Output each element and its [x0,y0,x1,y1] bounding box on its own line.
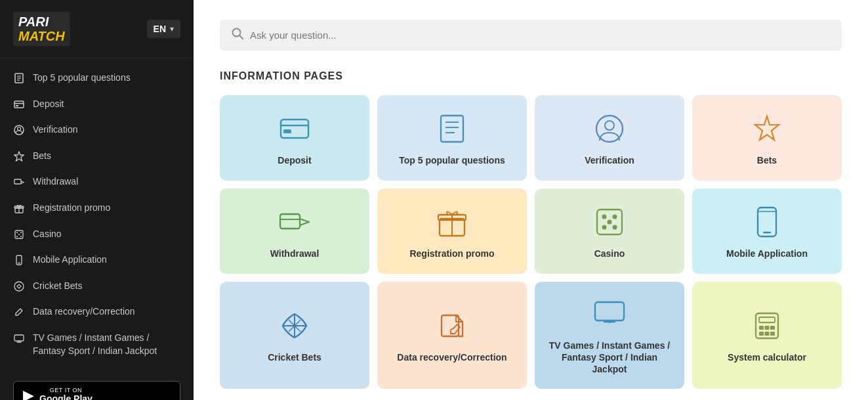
svg-point-44 [613,225,617,229]
sidebar-item-casino-label: Casino [33,228,62,241]
sidebar-item-deposit-label: Deposit [33,98,64,111]
svg-rect-28 [283,129,291,133]
datarecovery-card-icon [436,309,468,342]
svg-point-13 [16,232,18,233]
sidebar-item-top5[interactable]: Top 5 popular questions [0,65,194,91]
search-icon [232,28,243,43]
syscalc-card-icon [751,309,783,342]
cricket-card-icon [278,309,311,342]
card-cricket[interactable]: Cricket Bets [220,282,369,389]
svg-point-14 [20,232,22,233]
bets-icon [13,150,25,162]
google-play-button[interactable]: ▶ GET IT ON Google Play [13,381,180,400]
svg-rect-6 [16,105,18,106]
svg-rect-26 [281,120,308,138]
sidebar: PARI MATCH EN ▾ Top 5 popular questions … [0,0,194,400]
card-withdrawal[interactable]: Withdrawal [220,189,369,274]
top5-card-icon [436,112,468,145]
sidebar-item-regpromo-label: Registration promo [33,202,110,215]
mobile-card-icon [751,206,783,238]
svg-rect-29 [441,116,463,142]
svg-rect-35 [280,214,300,229]
svg-rect-50 [595,302,624,321]
logo[interactable]: PARI MATCH [13,12,70,46]
svg-point-43 [602,225,607,229]
sidebar-item-tvgames[interactable]: TV Games / Instant Games / Fantasy Sport… [0,325,194,364]
card-datarecovery-label: Data recovery/Correction [397,351,506,363]
chevron-down-icon: ▾ [170,24,174,33]
sidebar-item-bets[interactable]: Bets [0,143,194,169]
svg-point-17 [18,234,20,235]
card-verification-label: Verification [585,154,634,166]
svg-point-8 [18,127,21,131]
language-selector[interactable]: EN ▾ [147,20,180,38]
svg-rect-55 [759,326,764,330]
cricket-icon [13,280,25,292]
svg-point-45 [608,219,612,224]
google-play-icon: ▶ [23,387,34,400]
card-top5[interactable]: Top 5 popular questions [377,95,527,181]
sidebar-item-mobile[interactable]: Mobile Application [0,247,194,273]
sidebar-item-casino[interactable]: Casino [0,221,194,248]
card-mobile[interactable]: Mobile Application [692,189,842,274]
card-withdrawal-label: Withdrawal [270,248,320,259]
sidebar-item-withdrawal-label: Withdrawal [33,175,78,189]
verification-icon [13,124,25,136]
sidebar-footer: ▶ GET IT ON Google Play [0,370,194,400]
card-tvgames[interactable]: TV Games / Instant Games / Fantasy Sport… [535,282,684,389]
svg-point-34 [605,121,614,130]
sidebar-item-withdrawal[interactable]: Withdrawal [0,169,194,195]
svg-point-15 [16,236,18,237]
card-syscalc[interactable]: System calculator [692,282,842,389]
card-regpromo[interactable]: Registration promo [377,189,527,274]
svg-point-16 [20,236,22,237]
svg-rect-58 [759,332,764,336]
svg-rect-60 [770,332,775,336]
casino-icon [13,229,25,240]
mobile-icon [13,254,25,266]
svg-rect-54 [759,317,775,322]
sidebar-item-verification[interactable]: Verification [0,117,194,143]
svg-rect-21 [14,335,24,341]
svg-rect-59 [765,332,770,336]
logo-match: MATCH [18,29,65,43]
card-casino[interactable]: Casino [535,189,684,274]
edit-icon [13,306,25,318]
verification-card-icon [593,112,626,145]
svg-rect-4 [14,101,24,108]
svg-line-25 [239,35,243,39]
sidebar-item-bets-label: Bets [33,150,51,163]
sidebar-item-deposit[interactable]: Deposit [0,91,194,118]
sidebar-nav: Top 5 popular questions Deposit Verifica… [0,58,194,370]
sidebar-item-datarecovery[interactable]: Data recovery/Correction [0,299,194,325]
card-datarecovery[interactable]: Data recovery/Correction [377,282,527,389]
card-bets-label: Bets [757,154,777,166]
sidebar-header: PARI MATCH EN ▾ [0,0,194,58]
sidebar-item-datarecovery-label: Data recovery/Correction [33,305,135,319]
withdrawal-card-icon [278,206,311,238]
regpromo-card-icon [436,206,468,238]
card-verification[interactable]: Verification [535,95,684,181]
sidebar-item-top5-label: Top 5 popular questions [33,72,131,85]
sidebar-item-cricket[interactable]: Cricket Bets [0,273,194,300]
main-content: INFORMATION PAGES Deposit Top 5 popular … [194,0,868,400]
sidebar-item-mobile-label: Mobile Application [33,254,107,267]
svg-point-41 [602,214,607,219]
sidebar-item-tvgames-label: TV Games / Instant Games / Fantasy Sport… [33,332,180,357]
sidebar-item-regpromo[interactable]: Registration promo [0,195,194,221]
lang-label: EN [154,24,166,34]
card-regpromo-label: Registration promo [409,248,494,259]
search-bar[interactable] [220,20,842,51]
svg-rect-56 [765,326,770,330]
sidebar-item-verification-label: Verification [33,123,77,137]
card-tvgames-label: TV Games / Instant Games / Fantasy Sport… [545,340,674,376]
deposit-card-icon [278,112,311,145]
card-bets[interactable]: Bets [692,95,842,181]
search-input[interactable] [250,30,830,41]
card-deposit[interactable]: Deposit [220,95,369,181]
card-deposit-label: Deposit [278,154,311,166]
svg-rect-9 [14,179,21,184]
svg-point-20 [14,282,24,291]
svg-point-42 [613,214,617,219]
cards-grid: Deposit Top 5 popular questions Verifica… [220,95,842,389]
